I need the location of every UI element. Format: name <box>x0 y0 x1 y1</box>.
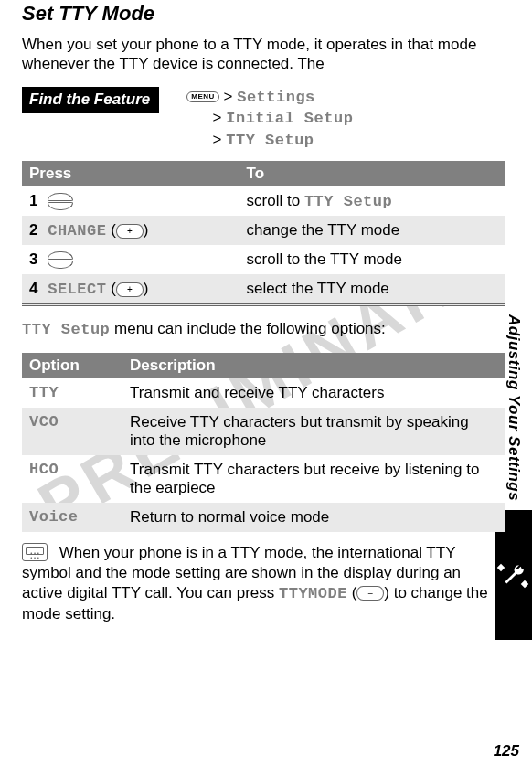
steps-table: Press To 1 scroll to TTY Setup 2 CHANGE <box>22 161 505 306</box>
find-feature-label: Find the Feature <box>22 87 159 113</box>
gt: > <box>213 109 222 126</box>
option-desc: Receive TTY characters but transmit by s… <box>122 408 505 455</box>
step-to: change the TTY mode <box>239 216 505 245</box>
scroll-keys-icon <box>48 193 73 210</box>
table-row: VCO Receive TTY characters but transmit … <box>22 408 505 455</box>
table-row: 1 scroll to TTY Setup <box>22 186 505 216</box>
option-desc: Transmit and receive TTY characters <box>122 378 505 408</box>
table-row: 3 scroll to the TTY mode <box>22 245 505 274</box>
feature-path: MENU > Settings > Initial Setup > TTY Se… <box>186 87 353 153</box>
options-intro-code: TTY Setup <box>22 321 110 338</box>
option-name: HCO <box>22 455 122 503</box>
page-title: Set TTY Mode <box>22 2 505 26</box>
find-feature-block: Find the Feature MENU > Settings > Initi… <box>22 87 505 153</box>
step-to: select the TTY mode <box>239 274 505 305</box>
right-softkey-icon: + <box>116 224 144 239</box>
table-row: Voice Return to normal voice mode <box>22 503 505 532</box>
step-number: 4 <box>29 280 43 297</box>
path-initial-setup: Initial Setup <box>226 110 353 127</box>
side-section-label: Adjusting Your Settings <box>505 311 523 505</box>
steps-header-press: Press <box>22 161 239 186</box>
closing-code: TTYMODE <box>279 585 347 602</box>
option-name: TTY <box>22 378 122 408</box>
softkey-label: CHANGE <box>48 222 106 239</box>
gt: > <box>224 88 233 105</box>
step-number: 1 <box>29 192 43 209</box>
step-number: 2 <box>29 221 43 239</box>
closing-paragraph: When your phone is in a TTY mode, the in… <box>22 543 505 624</box>
gt: > <box>213 131 222 148</box>
options-header-desc: Description <box>122 353 505 378</box>
left-softkey-icon: − <box>356 586 384 601</box>
wrench-icon <box>502 563 526 587</box>
tty-device-icon <box>22 543 48 561</box>
step-to: scroll to the TTY mode <box>239 245 505 274</box>
menu-key-icon: MENU <box>186 91 219 103</box>
table-row: 2 CHANGE (+) change the TTY mode <box>22 216 505 245</box>
options-header-option: Option <box>22 353 122 378</box>
softkey-label: SELECT <box>48 281 106 298</box>
option-name: VCO <box>22 408 122 455</box>
option-name: Voice <box>22 503 122 532</box>
step-to-code: TTY Setup <box>304 193 392 210</box>
path-tty-setup: TTY Setup <box>226 132 314 149</box>
path-settings: Settings <box>237 89 315 106</box>
option-desc: Transmit TTY characters but receive by l… <box>122 455 505 503</box>
option-desc: Return to normal voice mode <box>122 503 505 532</box>
table-row: TTY Transmit and receive TTY characters <box>22 378 505 408</box>
table-row: 4 SELECT (+) select the TTY mode <box>22 274 505 305</box>
step-number: 3 <box>29 250 43 268</box>
options-table: Option Description TTY Transmit and rece… <box>22 353 505 532</box>
options-intro-text: menu can include the following options: <box>110 320 385 337</box>
right-softkey-icon: + <box>116 282 144 297</box>
page-number: 125 <box>494 742 519 761</box>
step-to: scroll to <box>247 192 301 209</box>
scroll-keys-icon <box>48 251 73 269</box>
intro-paragraph: When you set your phone to a TTY mode, i… <box>22 35 505 74</box>
options-intro: TTY Setup menu can include the following… <box>22 319 505 339</box>
table-row: HCO Transmit TTY characters but receive … <box>22 455 505 503</box>
steps-header-to: To <box>239 161 505 186</box>
